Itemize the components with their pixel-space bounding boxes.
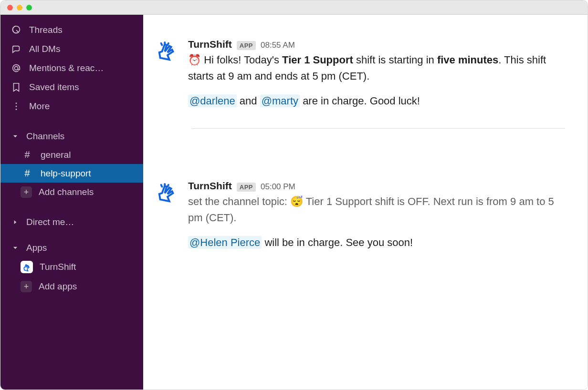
caret-down-icon: [11, 244, 20, 252]
sleeping-emoji: 😴: [290, 195, 303, 207]
nav-label: More: [29, 101, 50, 112]
window-close-button[interactable]: [7, 5, 13, 10]
nav-threads[interactable]: Threads: [0, 21, 143, 40]
hash-icon: #: [22, 168, 32, 179]
app-avatar-icon: [21, 261, 33, 273]
section-title: Direct me…: [26, 217, 74, 227]
app-badge: APP: [237, 183, 256, 192]
sender-avatar[interactable]: [155, 39, 180, 64]
nav-mentions[interactable]: Mentions & reac…: [0, 59, 143, 78]
channels-section-header[interactable]: Channels: [0, 126, 143, 145]
channel-help-support[interactable]: # help-support: [0, 164, 143, 183]
bookmark-icon: [11, 82, 21, 92]
message-time: 05:00 PM: [261, 182, 295, 192]
svg-point-4: [16, 109, 17, 110]
sender-name[interactable]: TurnShift: [188, 180, 232, 192]
caret-right-icon: [11, 218, 20, 226]
nav-all-dms[interactable]: All DMs: [0, 40, 143, 59]
mention[interactable]: @darlene: [188, 94, 237, 107]
add-channels-label: Add channels: [39, 187, 94, 197]
channel-label: general: [41, 150, 71, 160]
at-icon: [11, 63, 21, 73]
add-apps-label: Add apps: [39, 281, 77, 292]
message-text: @darlene and @marty are in charge. Good …: [188, 93, 565, 109]
message-text: ⏰ Hi folks! Today's Tier 1 Support shift…: [188, 52, 565, 84]
section-title: Apps: [26, 243, 47, 253]
message-header: TurnShift APP 05:00 PM: [188, 180, 565, 192]
titlebar: [0, 0, 588, 15]
nav-label: Saved items: [29, 82, 79, 92]
mention[interactable]: @marty: [260, 94, 300, 107]
window-minimize-button[interactable]: [17, 5, 22, 10]
app-turnshift[interactable]: TurnShift: [0, 257, 143, 277]
message: TurnShift APP 08:55 AM ⏰ Hi folks! Today…: [155, 39, 565, 109]
more-icon: [11, 101, 21, 112]
message-divider: [192, 128, 565, 129]
message-text: @Helen Pierce will be in charge. See you…: [188, 235, 565, 251]
nav-more[interactable]: More: [0, 97, 143, 116]
hash-icon: #: [22, 149, 32, 160]
add-apps-button[interactable]: + Add apps: [0, 277, 143, 296]
nav-saved-items[interactable]: Saved items: [0, 78, 143, 97]
caret-down-icon: [11, 132, 20, 141]
channel-label: help-support: [41, 168, 91, 179]
dms-icon: [11, 44, 21, 54]
svg-point-0: [13, 26, 20, 33]
app-window: Threads All DMs Mentions & reac… Saved i…: [0, 0, 588, 390]
svg-point-2: [16, 103, 17, 104]
app-label: TurnShift: [40, 262, 76, 272]
message-pane: TurnShift APP 08:55 AM ⏰ Hi folks! Today…: [143, 15, 588, 390]
message: TurnShift APP 05:00 PM set the channel t…: [155, 180, 565, 251]
section-title: Channels: [26, 131, 64, 142]
message-time: 08:55 AM: [261, 41, 295, 50]
alarm-clock-emoji: ⏰: [188, 54, 201, 66]
window-maximize-button[interactable]: [26, 5, 32, 10]
svg-point-3: [16, 106, 17, 107]
add-channels-button[interactable]: + Add channels: [0, 183, 143, 202]
svg-point-1: [14, 66, 18, 70]
app-badge: APP: [237, 41, 256, 50]
message-text: set the channel topic: 😴 Tier 1 Support …: [188, 194, 565, 226]
nav-label: Threads: [29, 25, 63, 35]
nav-label: Mentions & reac…: [29, 63, 104, 73]
message-header: TurnShift APP 08:55 AM: [188, 39, 565, 50]
channel-general[interactable]: # general: [0, 145, 143, 164]
mention[interactable]: @Helen Pierce: [188, 236, 262, 249]
sidebar: Threads All DMs Mentions & reac… Saved i…: [0, 15, 143, 390]
threads-icon: [11, 25, 21, 35]
apps-section-header[interactable]: Apps: [0, 238, 143, 257]
sender-name[interactable]: TurnShift: [188, 39, 232, 50]
nav-label: All DMs: [29, 44, 60, 54]
direct-messages-section-header[interactable]: Direct me…: [0, 212, 143, 231]
plus-icon: +: [21, 281, 32, 292]
plus-icon: +: [21, 186, 32, 198]
sender-avatar[interactable]: [155, 180, 180, 206]
